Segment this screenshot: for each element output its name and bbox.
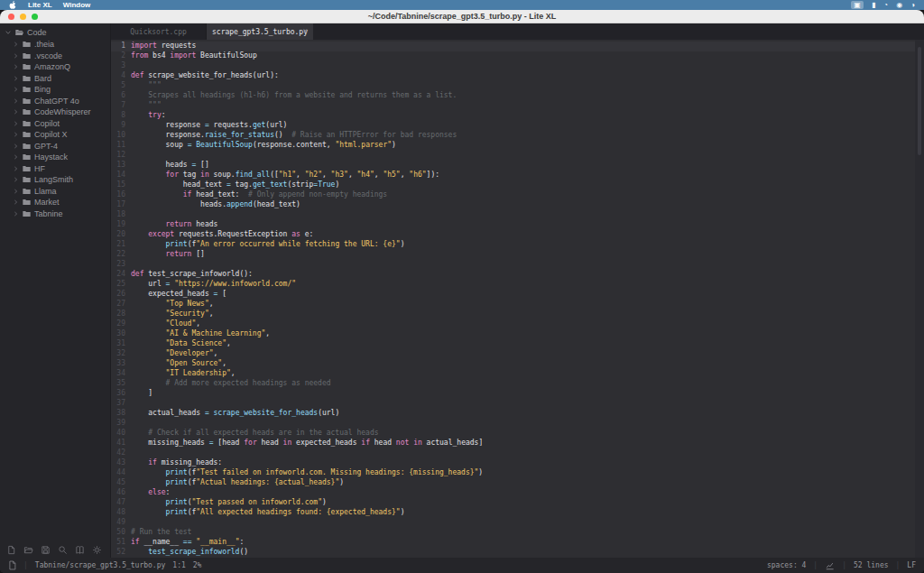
- scrollbar-handle[interactable]: [918, 47, 921, 155]
- code-line[interactable]: 25 url = "https://www.infoworld.com/": [111, 280, 915, 290]
- code-text: try:: [125, 111, 166, 121]
- statusbar-eol-mode[interactable]: LF: [907, 561, 916, 569]
- close-button[interactable]: [8, 14, 14, 20]
- close-icon[interactable]: ×: [303, 27, 308, 35]
- tree-item-amazonq[interactable]: AmazonQ: [0, 61, 110, 73]
- open-folder-icon[interactable]: [23, 545, 33, 555]
- tree-item-hf[interactable]: HF: [0, 163, 110, 175]
- tree-item-chatgpt-4o[interactable]: ChatGPT 4o: [0, 96, 110, 107]
- stage-manager-icon[interactable]: ▣: [851, 1, 864, 9]
- code-line[interactable]: 43 if missing_heads:: [111, 458, 915, 468]
- code-line[interactable]: 32 "Developer",: [111, 349, 915, 359]
- code-line[interactable]: 15 head_text = tag.get_text(strip=True): [111, 180, 915, 190]
- apple-icon[interactable]: [9, 1, 17, 9]
- tree-item-llama[interactable]: Llama: [0, 186, 110, 198]
- code-line[interactable]: 34 "IT Leadership",: [111, 369, 915, 379]
- code-line[interactable]: 11 soup = BeautifulSoup(response.content…: [111, 141, 915, 151]
- control-center-icon[interactable]: ◑: [910, 1, 915, 9]
- code-line[interactable]: 24def test_scrape_infoworld():: [111, 270, 915, 280]
- line-number: 3: [111, 61, 125, 71]
- tree-item-bard[interactable]: Bard: [0, 73, 110, 85]
- code-line[interactable]: 18: [111, 210, 915, 220]
- book-icon[interactable]: [75, 545, 85, 555]
- code-line[interactable]: 6 Scrapes all headings (h1-h6) from a we…: [111, 91, 915, 101]
- code-line[interactable]: 31 "Data Science",: [111, 339, 915, 349]
- code-line[interactable]: 35 # Add more expected headings as neede…: [111, 379, 915, 389]
- statusbar-indent-mode[interactable]: spaces: 4: [767, 561, 806, 569]
- tree-item-gpt-4[interactable]: GPT-4: [0, 141, 110, 152]
- code-line[interactable]: 12: [111, 151, 915, 161]
- code-line[interactable]: 37: [111, 399, 915, 409]
- code-line[interactable]: 29 "Cloud",: [111, 319, 915, 329]
- tree-item-copilot-x[interactable]: Copilot X: [0, 129, 110, 141]
- code-line[interactable]: 27 "Top News",: [111, 300, 915, 310]
- code-line[interactable]: 9 response = requests.get(url): [111, 121, 915, 131]
- tree-item-haystack[interactable]: Haystack: [0, 152, 110, 163]
- zoom-button[interactable]: [32, 14, 38, 20]
- tree-item-tabnine[interactable]: Tabnine: [0, 208, 110, 220]
- code-line[interactable]: 28 "Security",: [111, 310, 915, 319]
- code-line[interactable]: 10 response.raise_for_status() # Raise a…: [111, 131, 915, 141]
- code-line[interactable]: 17 heads.append(head_text): [111, 200, 915, 210]
- code-line[interactable]: 21 print(f"An error occurred while fetch…: [111, 240, 915, 250]
- tab-scrape-py[interactable]: scrape_gpt3.5_turbo.py ×: [207, 23, 313, 40]
- code-line[interactable]: 46 else:: [111, 488, 915, 498]
- tree-item-langsmith[interactable]: LangSmith: [0, 174, 110, 186]
- code-line[interactable]: 48 print(f"All expected headings found: …: [111, 508, 915, 518]
- clock-icon[interactable]: ◔: [883, 1, 888, 9]
- code-line[interactable]: 39: [111, 419, 915, 429]
- code-line[interactable]: 1import requests: [111, 42, 915, 51]
- code-line[interactable]: 5 """: [111, 81, 915, 91]
- code-line[interactable]: 40 # Check if all expected heads are in …: [111, 429, 915, 439]
- vertical-scrollbar[interactable]: [915, 40, 924, 558]
- tree-item-codewhisperer[interactable]: CodeWhisperer: [0, 106, 110, 118]
- battery-icon[interactable]: ▮: [872, 1, 875, 9]
- save-icon[interactable]: [41, 545, 51, 555]
- code-line[interactable]: 7 """: [111, 101, 915, 111]
- code-line[interactable]: 30 "AI & Machine Learning",: [111, 329, 915, 339]
- code-line[interactable]: 22 return []: [111, 250, 915, 260]
- tree-item--theia[interactable]: .theia: [0, 39, 110, 51]
- code-line[interactable]: 19 return heads: [111, 220, 915, 230]
- code-line[interactable]: 45 print(f"Actual headings: {actual_head…: [111, 478, 915, 488]
- code-line[interactable]: 2from bs4 import BeautifulSoup: [111, 51, 915, 61]
- tree-item-copilot[interactable]: Copilot: [0, 118, 110, 130]
- tree-item--vscode[interactable]: .vscode: [0, 51, 110, 62]
- window-title-bar[interactable]: ~/Code/Tabnine/scrape_gpt3.5_turbo.py - …: [0, 10, 924, 23]
- siri-icon[interactable]: ◉: [896, 1, 902, 9]
- code-editor[interactable]: 1import requests2from bs4 import Beautif…: [111, 40, 915, 558]
- code-line[interactable]: 52 test_scrape_infoworld(): [111, 548, 915, 558]
- code-line[interactable]: 44 print(f"Test failed on infoworld.com.…: [111, 468, 915, 478]
- tree-item-market[interactable]: Market: [0, 197, 110, 208]
- new-file-icon[interactable]: [6, 545, 16, 555]
- menu-app-name[interactable]: Lite XL: [28, 1, 52, 9]
- code-line[interactable]: 16 if head_text: # Only append non-empty…: [111, 190, 915, 200]
- code-line[interactable]: 47 print("Test passed on infoworld.com"): [111, 498, 915, 508]
- code-line[interactable]: 26 expected_heads = [: [111, 290, 915, 300]
- code-line[interactable]: 42: [111, 448, 915, 458]
- code-line[interactable]: 51if __name__ == "__main__":: [111, 538, 915, 548]
- code-line[interactable]: 50# Run the test: [111, 528, 915, 538]
- code-line[interactable]: 41 missing_heads = [head for head in exp…: [111, 439, 915, 448]
- code-line[interactable]: 20 except requests.RequestException as e…: [111, 230, 915, 240]
- tree-item-bing[interactable]: Bing: [0, 84, 110, 96]
- code-line[interactable]: 14 for tag in soup.find_all(["h1", "h2",…: [111, 171, 915, 180]
- search-icon[interactable]: [58, 545, 68, 555]
- line-number: 15: [111, 180, 125, 190]
- code-line[interactable]: 8 try:: [111, 111, 915, 121]
- code-line[interactable]: 4def scrape_website_for_heads(url):: [111, 71, 915, 81]
- tab-quicksort[interactable]: Quicksort.cpp: [111, 23, 207, 40]
- code-line[interactable]: 3: [111, 61, 915, 71]
- tree-item-root[interactable]: Code: [0, 26, 110, 39]
- menu-window[interactable]: Window: [63, 1, 91, 9]
- code-line[interactable]: 23: [111, 260, 915, 270]
- graph-icon[interactable]: [825, 561, 835, 570]
- code-line[interactable]: 13 heads = []: [111, 161, 915, 171]
- settings-icon[interactable]: [92, 545, 102, 555]
- tree-item-label: GPT-4: [34, 142, 58, 151]
- code-line[interactable]: 38 actual_heads = scrape_website_for_hea…: [111, 409, 915, 419]
- code-line[interactable]: 33 "Open Source",: [111, 359, 915, 369]
- code-line[interactable]: 49: [111, 518, 915, 528]
- minimize-button[interactable]: [20, 14, 26, 20]
- code-line[interactable]: 36 ]: [111, 389, 915, 399]
